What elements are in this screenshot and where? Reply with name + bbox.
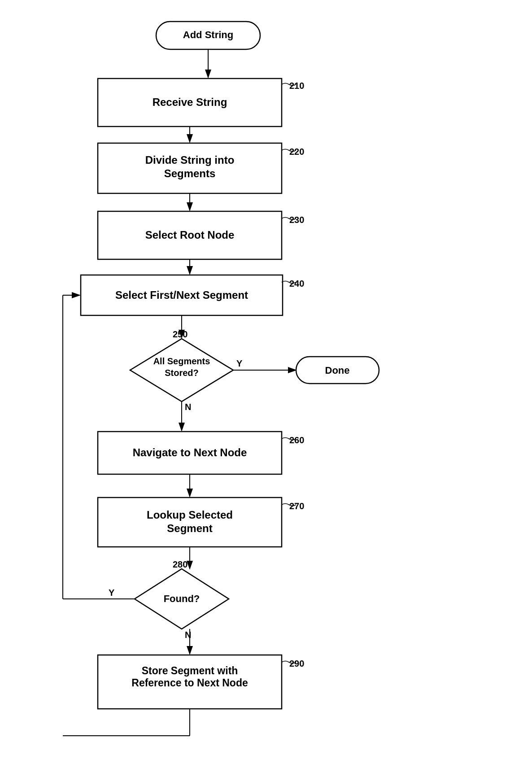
select-next-label: Select First/Next Segment [115,289,248,301]
all-segments-label: All Segments [153,356,210,366]
divide-string-label2: Segments [164,167,216,179]
y-label-280: Y [109,588,115,598]
receive-string-label: Receive String [153,96,227,108]
ref-250: 250 [173,329,188,339]
navigate-label: Navigate to Next Node [133,446,247,458]
all-segments-label2: Stored? [165,368,199,378]
store-segment-label2: Reference to Next Node [131,677,248,689]
n-label-280: N [185,630,191,640]
flowchart-diagram: Add String Receive String 210 Divide Str… [0,0,532,764]
ref-280: 280 [173,559,188,569]
lookup-label: Lookup Selected [147,509,233,521]
start-label: Add String [183,29,233,40]
divide-string-label: Divide String into [145,154,235,166]
store-segment-label: Store Segment with [142,665,238,677]
found-label: Found? [164,593,200,604]
done-label: Done [325,365,350,376]
y-label-250: Y [236,358,243,368]
n-label-250: N [185,402,191,412]
lookup-label2: Segment [167,522,212,534]
select-root-label: Select Root Node [145,229,235,241]
